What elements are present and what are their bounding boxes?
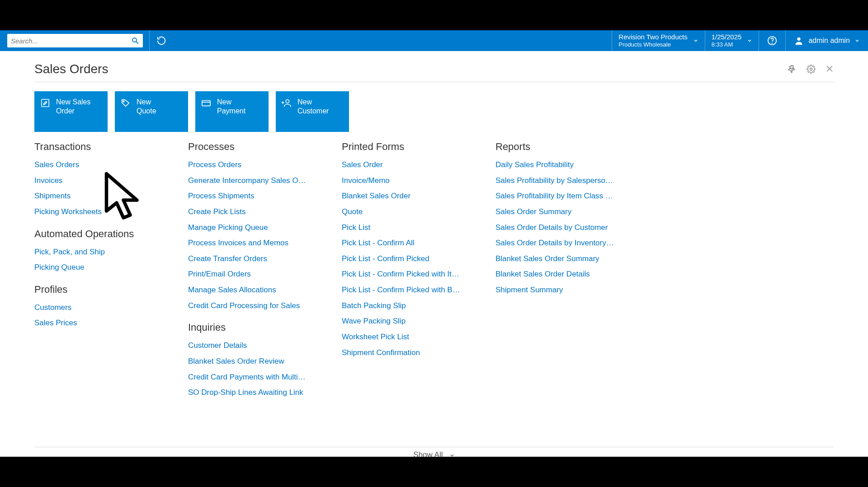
link-invoice-memo[interactable]: Invoice/Memo — [342, 173, 477, 189]
link-print-email-orders[interactable]: Print/Email Orders — [188, 267, 324, 282]
link-sales-profitability-item-class[interactable]: Sales Profitability by Item Class … — [495, 188, 631, 204]
svg-point-4 — [797, 37, 801, 41]
link-quote[interactable]: Quote — [342, 204, 477, 220]
link-sales-orders[interactable]: Sales Orders — [34, 157, 170, 173]
tile-new-sales-order[interactable]: New SalesOrder — [34, 91, 108, 132]
tile-label: NewPayment — [217, 98, 245, 116]
link-daily-sales-profitability[interactable]: Daily Sales Profitability — [495, 157, 631, 173]
search-box[interactable] — [7, 34, 143, 47]
tile-new-payment[interactable]: NewPayment — [195, 91, 269, 132]
link-sales-prices[interactable]: Sales Prices — [34, 315, 170, 331]
link-batch-packing-slip[interactable]: Batch Packing Slip — [342, 298, 477, 314]
link-sales-order-details-customer[interactable]: Sales Order Details by Customer — [495, 220, 631, 236]
tag-icon — [120, 98, 131, 108]
svg-point-13 — [286, 100, 289, 103]
link-sales-order[interactable]: Sales Order — [342, 157, 477, 173]
link-sales-order-details-inventory[interactable]: Sales Order Details by Inventory… — [495, 235, 631, 251]
link-pick-list-confirm-picked-b[interactable]: Pick List - Confirm Picked with B… — [342, 282, 477, 298]
link-pick-list-confirm-picked-it[interactable]: Pick List - Confirm Picked with It… — [342, 267, 477, 282]
page-header: Sales Orders — [34, 62, 834, 82]
add-user-icon — [281, 98, 292, 108]
tenant-selector[interactable]: Revision Two Products Products Wholesale — [612, 30, 704, 51]
section-heading-printed-forms: Printed Forms — [342, 141, 485, 153]
tile-new-customer[interactable]: NewCustomer — [276, 91, 349, 132]
link-create-transfer-orders[interactable]: Create Transfer Orders — [188, 251, 324, 267]
link-picking-worksheets[interactable]: Picking Worksheets — [34, 204, 170, 220]
link-create-pick-lists[interactable]: Create Pick Lists — [188, 204, 324, 220]
link-pick-list[interactable]: Pick List — [342, 220, 477, 236]
linklist-inquiries: Customer Details Blanket Sales Order Rev… — [188, 338, 331, 401]
linklist-printed-forms: Sales Order Invoice/Memo Blanket Sales O… — [342, 157, 485, 361]
link-sales-order-summary[interactable]: Sales Order Summary — [495, 204, 631, 220]
linklist-transactions: Sales Orders Invoices Shipments Picking … — [34, 157, 177, 220]
tile-label: NewCustomer — [297, 98, 329, 116]
linklist-automated-operations: Pick, Pack, and Ship Picking Queue — [34, 244, 177, 276]
card-icon — [201, 98, 212, 108]
edit-icon — [40, 98, 51, 108]
linklist-profiles: Customers Sales Prices — [34, 300, 177, 331]
svg-rect-9 — [42, 99, 49, 107]
section-heading-reports: Reports — [495, 141, 638, 153]
link-wave-packing-slip[interactable]: Wave Packing Slip — [342, 314, 477, 329]
link-so-dropship-awaiting[interactable]: SO Drop-Ship Lines Awaiting Link — [188, 385, 324, 401]
link-cc-processing[interactable]: Credit Card Processing for Sales — [188, 298, 324, 314]
search-input[interactable] — [11, 37, 131, 45]
link-blanket-so-details[interactable]: Blanket Sales Order Details — [495, 267, 631, 282]
svg-rect-11 — [202, 101, 210, 106]
tile-label: New SalesOrder — [56, 98, 90, 116]
page-title: Sales Orders — [34, 62, 108, 76]
link-customer-details[interactable]: Customer Details — [188, 338, 324, 354]
section-heading-inquiries: Inquiries — [188, 322, 331, 333]
letterbox-top — [0, 0, 868, 30]
link-shipments[interactable]: Shipments — [34, 188, 170, 204]
link-worksheet-pick-list[interactable]: Worksheet Pick List — [342, 329, 477, 345]
section-heading-transactions: Transactions — [34, 141, 177, 153]
link-generate-intercompany[interactable]: Generate Intercompany Sales O… — [188, 173, 324, 189]
link-process-shipments[interactable]: Process Shipments — [188, 188, 324, 204]
tile-new-quote[interactable]: NewQuote — [115, 91, 188, 132]
link-pick-list-confirm-picked[interactable]: Pick List - Confirm Picked — [342, 251, 477, 267]
column-4: Reports Daily Sales Profitability Sales … — [495, 141, 649, 401]
link-process-orders[interactable]: Process Orders — [188, 157, 324, 173]
user-menu[interactable]: admin admin — [785, 30, 868, 51]
link-picking-queue[interactable]: Picking Queue — [34, 260, 170, 276]
datetime-selector[interactable]: 1/25/2025 8:33 AM — [705, 30, 759, 51]
app-frame: Revision Two Products Products Wholesale… — [0, 30, 868, 457]
bottom-divider — [34, 447, 834, 447]
refresh-icon[interactable] — [156, 35, 167, 46]
link-invoices[interactable]: Invoices — [34, 173, 170, 189]
svg-point-6 — [810, 68, 812, 70]
column-3: Printed Forms Sales Order Invoice/Memo B… — [342, 141, 495, 401]
tile-label: NewQuote — [137, 98, 156, 116]
link-blanket-sales-order[interactable]: Blanket Sales Order — [342, 188, 477, 204]
gear-icon[interactable] — [807, 65, 816, 74]
link-blanket-so-summary[interactable]: Blanket Sales Order Summary — [495, 251, 631, 267]
link-pick-list-confirm-all[interactable]: Pick List - Confirm All — [342, 235, 477, 251]
svg-point-10 — [123, 101, 124, 102]
link-blanket-so-review[interactable]: Blanket Sales Order Review — [188, 354, 324, 370]
section-heading-processes: Processes — [188, 141, 331, 153]
show-all-toggle[interactable]: Show All — [0, 450, 868, 459]
link-manage-picking-queue[interactable]: Manage Picking Queue — [188, 220, 324, 236]
link-cc-payments-multi[interactable]: Credit Card Payments with Multi… — [188, 370, 324, 385]
link-customers[interactable]: Customers — [34, 300, 170, 316]
search-icon[interactable] — [131, 37, 139, 45]
pin-icon[interactable] — [788, 65, 797, 74]
chevron-down-icon — [693, 38, 698, 43]
link-pick-pack-ship[interactable]: Pick, Pack, and Ship — [34, 244, 170, 260]
tenant-sub: Products Wholesale — [618, 41, 687, 48]
chevron-down-icon — [449, 453, 455, 458]
column-2: Processes Process Orders Generate Interc… — [188, 141, 342, 401]
link-sales-profitability-salesperson[interactable]: Sales Profitability by Salesperso… — [495, 173, 631, 189]
svg-point-0 — [132, 38, 137, 42]
svg-point-3 — [772, 43, 773, 43]
section-heading-automated-operations: Automated Operations — [34, 228, 177, 240]
link-shipment-summary[interactable]: Shipment Summary — [495, 282, 631, 298]
chevron-down-icon — [747, 38, 752, 43]
link-shipment-confirmation[interactable]: Shipment Confirmation — [342, 345, 477, 361]
close-icon[interactable] — [826, 65, 834, 74]
link-process-invoices-memos[interactable]: Process Invoices and Memos — [188, 235, 324, 251]
help-button[interactable] — [759, 30, 785, 51]
link-manage-sales-allocations[interactable]: Manage Sales Allocations — [188, 282, 324, 298]
help-icon — [767, 36, 777, 46]
